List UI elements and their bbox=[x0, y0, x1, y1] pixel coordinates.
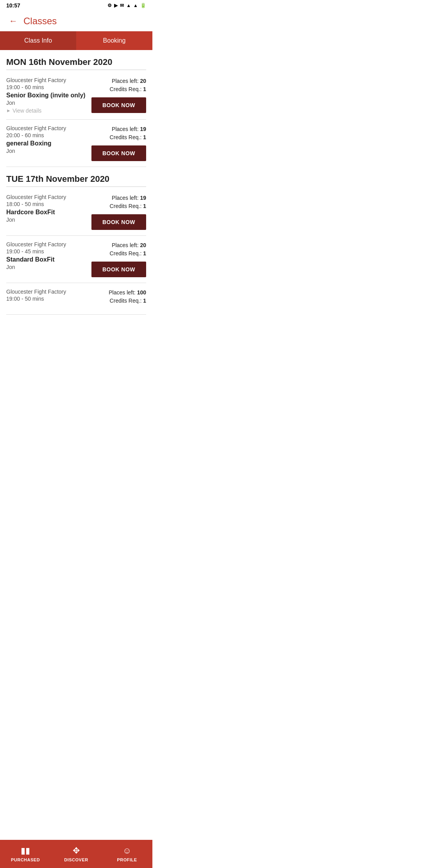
status-icons: ⚙ ▶ ✉ ▲ ▲ 🔋 bbox=[107, 3, 146, 8]
class-instructor-2: Jon bbox=[6, 148, 87, 154]
class-card-2: Gloucester Fight Factory 20:00 - 60 mins… bbox=[6, 120, 146, 167]
page-title: Classes bbox=[23, 16, 57, 27]
class-time-4: 19:00 - 45 mins bbox=[6, 248, 87, 255]
class-info-2: Gloucester Fight Factory 20:00 - 60 mins… bbox=[6, 125, 91, 156]
class-time-3: 18:00 - 50 mins bbox=[6, 201, 87, 207]
day-divider-mon bbox=[6, 70, 146, 70]
day-heading-tue: TUE 17th November 2020 bbox=[6, 167, 146, 187]
class-venue-5: Gloucester Fight Factory bbox=[6, 289, 87, 295]
booking-side-2: Places left: 19 Credits Req.: 1 BOOK NOW bbox=[91, 125, 146, 161]
class-name-3: Hardcore BoxFit bbox=[6, 209, 87, 216]
day-heading-mon: MON 16th November 2020 bbox=[6, 50, 146, 70]
class-instructor-3: Jon bbox=[6, 217, 87, 223]
booking-side-3: Places left: 19 Credits Req.: 1 BOOK NOW bbox=[91, 194, 146, 230]
tab-booking[interactable]: Booking bbox=[76, 31, 152, 50]
status-time: 10:57 bbox=[6, 2, 20, 9]
class-card-4: Gloucester Fight Factory 19:00 - 45 mins… bbox=[6, 236, 146, 283]
book-now-button-3[interactable]: BOOK NOW bbox=[91, 214, 146, 230]
places-info-2: Places left: 19 Credits Req.: 1 bbox=[110, 125, 146, 142]
booking-side-4: Places left: 20 Credits Req.: 1 BOOK NOW bbox=[91, 241, 146, 277]
book-now-button-2[interactable]: BOOK NOW bbox=[91, 145, 146, 161]
class-name-4: Standard BoxFit bbox=[6, 256, 87, 263]
places-info-3: Places left: 19 Credits Req.: 1 bbox=[110, 194, 146, 210]
places-info-1: Places left: 20 Credits Req.: 1 bbox=[110, 77, 146, 93]
places-info-5: Places left: 100 Credits Req.: 1 bbox=[109, 289, 146, 305]
wifi-icon: ▲ bbox=[126, 3, 131, 8]
play-icon: ▶ bbox=[114, 3, 118, 8]
booking-side-1: Places left: 20 Credits Req.: 1 BOOK NOW bbox=[91, 77, 146, 113]
back-button[interactable]: ← bbox=[6, 14, 20, 28]
class-time-2: 20:00 - 60 mins bbox=[6, 132, 87, 138]
view-details-arrow-icon: ► bbox=[6, 108, 11, 113]
class-card-3: Gloucester Fight Factory 18:00 - 50 mins… bbox=[6, 188, 146, 236]
class-name-2: general Boxing bbox=[6, 140, 87, 147]
tab-header: Class Info Booking bbox=[0, 31, 152, 50]
class-card-5: Gloucester Fight Factory 19:00 - 50 mins… bbox=[6, 283, 146, 315]
book-now-button-1[interactable]: BOOK NOW bbox=[91, 97, 146, 113]
signal-icon: ▲ bbox=[133, 3, 138, 8]
class-info-3: Gloucester Fight Factory 18:00 - 50 mins… bbox=[6, 194, 91, 224]
class-venue-2: Gloucester Fight Factory bbox=[6, 125, 87, 131]
class-info-4: Gloucester Fight Factory 19:00 - 45 mins… bbox=[6, 241, 91, 272]
class-instructor-1: Jon bbox=[6, 100, 87, 106]
class-time-1: 19:00 - 60 mins bbox=[6, 84, 87, 90]
message-icon: ✉ bbox=[120, 3, 124, 8]
booking-side-5: Places left: 100 Credits Req.: 1 bbox=[91, 289, 146, 309]
class-instructor-4: Jon bbox=[6, 264, 87, 270]
main-content: MON 16th November 2020 Gloucester Fight … bbox=[0, 50, 152, 346]
tab-class-info[interactable]: Class Info bbox=[0, 31, 76, 50]
places-info-4: Places left: 20 Credits Req.: 1 bbox=[110, 241, 146, 258]
settings-icon: ⚙ bbox=[107, 3, 112, 8]
top-nav: ← Classes bbox=[0, 11, 152, 31]
class-info-1: Gloucester Fight Factory 19:00 - 60 mins… bbox=[6, 77, 91, 114]
book-now-button-4[interactable]: BOOK NOW bbox=[91, 262, 146, 277]
class-name-1: Senior Boxing (invite only) bbox=[6, 92, 87, 99]
view-details-1[interactable]: ► View details bbox=[6, 108, 87, 114]
class-card-1: Gloucester Fight Factory 19:00 - 60 mins… bbox=[6, 72, 146, 120]
day-divider-tue bbox=[6, 187, 146, 187]
class-venue-4: Gloucester Fight Factory bbox=[6, 241, 87, 247]
battery-icon: 🔋 bbox=[140, 3, 146, 8]
class-venue-3: Gloucester Fight Factory bbox=[6, 194, 87, 200]
class-info-5: Gloucester Fight Factory 19:00 - 50 mins bbox=[6, 289, 91, 303]
class-time-5: 19:00 - 50 mins bbox=[6, 296, 87, 302]
status-bar: 10:57 ⚙ ▶ ✉ ▲ ▲ 🔋 bbox=[0, 0, 152, 11]
class-venue-1: Gloucester Fight Factory bbox=[6, 77, 87, 83]
